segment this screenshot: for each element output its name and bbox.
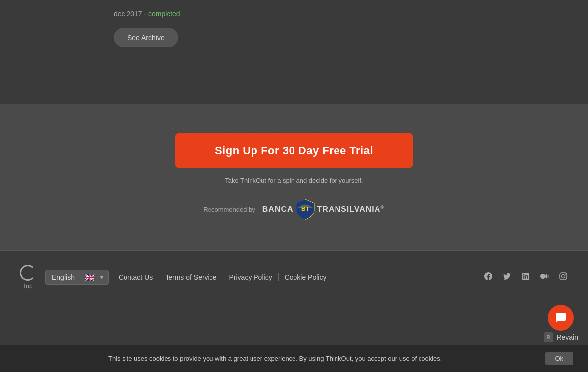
see-archive-button[interactable]: See Archive bbox=[114, 28, 178, 47]
instagram-icon[interactable] bbox=[558, 271, 568, 284]
medium-icon[interactable] bbox=[540, 271, 549, 284]
svg-point-3 bbox=[565, 273, 566, 274]
footer-link-terms[interactable]: Terms of Service bbox=[159, 273, 223, 281]
footer-left-group: Top English Romanian French 🇬🇧 ▼ Contact… bbox=[20, 265, 332, 289]
revain-logo-area: R Revain bbox=[544, 332, 578, 342]
cta-section: Sign Up For 30 Day Free Trial Take Think… bbox=[0, 104, 588, 250]
signup-trial-button[interactable]: Sign Up For 30 Day Free Trial bbox=[175, 133, 413, 168]
status-text: completed bbox=[148, 10, 180, 18]
footer-top-label: Top bbox=[23, 283, 32, 289]
footer-link-privacy[interactable]: Privacy Policy bbox=[223, 273, 279, 281]
linkedin-icon[interactable] bbox=[521, 271, 531, 284]
svg-point-2 bbox=[562, 274, 565, 278]
revain-widget: R Revain bbox=[544, 305, 578, 342]
footer-link-cookie[interactable]: Cookie Policy bbox=[279, 273, 333, 281]
twitter-icon[interactable] bbox=[502, 271, 512, 284]
date-text: dec 2017 - bbox=[114, 10, 148, 18]
revain-small-icon: R bbox=[544, 332, 553, 342]
recommended-row: Recommended by BANCA BT TRANSILVANIA® bbox=[203, 198, 384, 221]
footer-main-row: Top English Romanian French 🇬🇧 ▼ Contact… bbox=[20, 265, 568, 289]
revain-label: Revain bbox=[556, 333, 578, 341]
banca-transilvania: TRANSILVANIA® bbox=[317, 205, 385, 214]
footer-logo-circle bbox=[20, 265, 36, 281]
recommended-label: Recommended by bbox=[203, 206, 255, 213]
banca-name: BANCA bbox=[262, 205, 294, 214]
facebook-icon[interactable] bbox=[483, 271, 493, 284]
language-select-input[interactable]: English Romanian French bbox=[45, 270, 109, 285]
chat-icon bbox=[555, 312, 567, 324]
footer-section: Top English Romanian French 🇬🇧 ▼ Contact… bbox=[0, 251, 588, 299]
revain-chat-button[interactable] bbox=[548, 305, 574, 331]
cookie-banner-text: This site uses cookies to provide you wi… bbox=[15, 355, 535, 362]
top-section: dec 2017 - completed See Archive bbox=[0, 0, 588, 104]
footer-links-row: Contact Us Terms of Service Privacy Poli… bbox=[119, 273, 332, 281]
cta-subtitle: Take ThinkOut for a spin and decide for … bbox=[225, 177, 363, 184]
cookie-ok-button[interactable]: Ok bbox=[545, 352, 573, 365]
footer-link-contact[interactable]: Contact Us bbox=[119, 273, 159, 281]
date-completed: dec 2017 - completed bbox=[114, 10, 588, 18]
footer-logo-area[interactable]: Top bbox=[20, 265, 36, 289]
language-selector[interactable]: English Romanian French 🇬🇧 ▼ bbox=[45, 270, 109, 285]
cookie-banner: This site uses cookies to provide you wi… bbox=[0, 345, 588, 372]
banca-logo: BANCA BT TRANSILVANIA® bbox=[262, 198, 385, 221]
bt-shield-icon: BT bbox=[295, 198, 315, 221]
social-icons bbox=[483, 271, 568, 284]
